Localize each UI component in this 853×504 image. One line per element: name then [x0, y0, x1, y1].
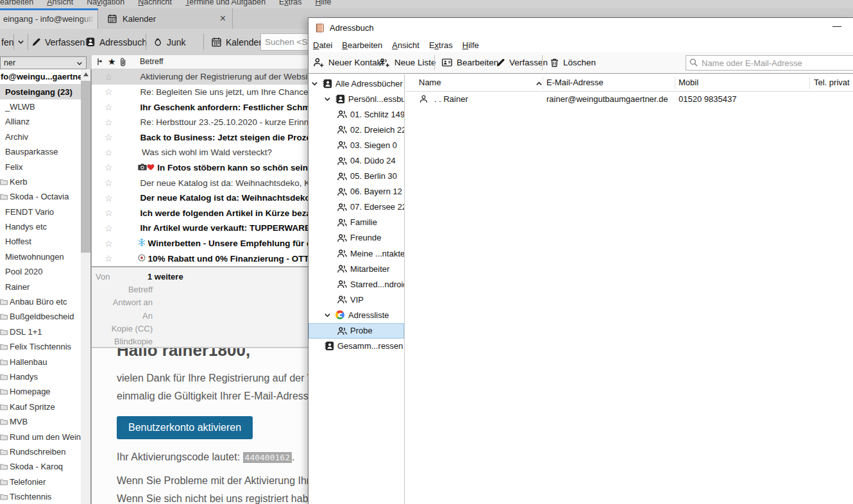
folder-picker[interactable]: ner	[0, 56, 87, 69]
chevron-down-icon[interactable]	[324, 312, 332, 319]
edit-contact-button[interactable]: Bearbeiten	[442, 52, 498, 73]
calendar-button[interactable]: Kalender	[212, 29, 262, 55]
thread-column-icon[interactable]	[97, 58, 103, 66]
folder-row[interactable]: Rainer	[0, 279, 81, 294]
thread-row[interactable]: ☆ Ihr Artikel wurde verkauft: TUPPERWARE…	[92, 221, 308, 236]
folder-row[interactable]: Bußgeldbescheid	[0, 309, 81, 324]
delete-button[interactable]: Löschen	[550, 52, 596, 73]
star-outline-icon[interactable]: ☆	[105, 224, 113, 233]
addressbook-tree-row[interactable]: Meine ...ntakte	[308, 246, 404, 261]
addressbook-tree-row[interactable]: Adressliste	[308, 307, 404, 323]
star-outline-icon[interactable]: ☆	[105, 118, 113, 127]
folder-row[interactable]: FENDT Vario	[0, 205, 81, 219]
folder-row[interactable]: Handys etc	[0, 219, 81, 234]
addressbook-tree-row[interactable]: Familie	[308, 215, 404, 230]
star-outline-icon[interactable]: ☆	[105, 103, 113, 112]
folder-row[interactable]: Felix	[0, 159, 81, 174]
menu-item[interactable]: Bearbeiten	[342, 40, 382, 50]
menu-item[interactable]: Nachricht	[138, 0, 172, 8]
star-outline-icon[interactable]: ☆	[105, 254, 113, 263]
menu-item[interactable]: Extras	[429, 40, 453, 50]
addressbook-tree-row[interactable]: Starred...ndroid	[308, 276, 404, 292]
star-outline-icon[interactable]: ☆	[105, 194, 113, 203]
folder-row[interactable]: Telefonier	[0, 475, 81, 489]
folder-row[interactable]: Rundschreiben	[0, 444, 81, 459]
thread-row[interactable]: ☆ Der neue Katalog ist da: Weihnachtsdek…	[92, 190, 308, 206]
addressbook-tree-row[interactable]: Gesamm...ressen	[308, 339, 404, 354]
star-outline-icon[interactable]: ☆	[105, 208, 113, 217]
folder-row[interactable]: Skoda - Octavia	[0, 189, 81, 204]
folder-row[interactable]: _WLWB	[0, 99, 81, 114]
folder-row[interactable]: Skoda - Karoq	[0, 459, 81, 474]
thread-row[interactable]: ☆ Winterbetten - Unsere Empfehlung für d…	[92, 236, 308, 251]
folder-row[interactable]: fo@weingu...gaertner.a	[0, 69, 81, 84]
addressbook-tree-row[interactable]: 03. Siegen 0	[308, 137, 404, 153]
close-tab-icon[interactable]: ×	[220, 13, 226, 24]
new-contact-button[interactable]: Neuer Kontakt	[314, 52, 384, 73]
star-outline-icon[interactable]: ☆	[105, 163, 113, 172]
contact-search-input[interactable]	[686, 55, 853, 71]
tab-mail-inbox[interactable]: eingang - info@weingutba	[0, 8, 98, 29]
column-divider[interactable]	[809, 76, 810, 89]
menu-item[interactable]: Navigation	[87, 0, 124, 8]
thread-row[interactable]: ☆ Re: Begleiten Sie uns jetzt, um Ihre C…	[92, 85, 308, 100]
chevron-down-icon[interactable]	[324, 96, 332, 103]
column-header-name[interactable]: Name	[419, 78, 441, 87]
chevron-down-icon[interactable]	[311, 80, 319, 87]
folder-row[interactable]: Hoffest	[0, 234, 81, 249]
menu-item[interactable]: Hilfe	[316, 0, 332, 8]
star-outline-icon[interactable]: ☆	[105, 72, 113, 81]
folder-row[interactable]: Handys	[0, 369, 81, 384]
addressbook-tree-row[interactable]: VIP	[308, 292, 404, 307]
tab-calendar[interactable]: Kalender ×	[99, 8, 233, 29]
folder-pane-scrollbar[interactable]	[81, 69, 90, 504]
get-messages-button[interactable]: fen	[1, 29, 13, 55]
thread-row[interactable]: ☆ Back to Business: Jetzt steigen die Pr…	[92, 130, 308, 145]
addressbook-tree-row[interactable]: 01. Schlitz 149	[308, 106, 404, 122]
star-outline-icon[interactable]: ☆	[105, 87, 113, 96]
addressbook-titlebar[interactable]: Adressbuch —	[308, 18, 853, 38]
folder-row[interactable]: Tischtennis	[0, 489, 81, 504]
addressbook-tree-row[interactable]: 04. Düdo 24	[308, 153, 404, 168]
folder-row[interactable]: Posteingang (23)	[0, 84, 81, 99]
folder-row[interactable]: Kerb	[0, 174, 81, 189]
folder-row[interactable]: DSL 1+1	[0, 324, 81, 339]
junk-button[interactable]: Junk	[154, 29, 186, 55]
folder-row[interactable]: Hallenbau	[0, 354, 81, 369]
star-outline-icon[interactable]: ☆	[105, 133, 113, 142]
compose-button[interactable]: Verfassen	[32, 29, 85, 55]
contact-row[interactable]: . . Rainer rainer@weingutbaumgaertner.de…	[405, 92, 853, 107]
addressbook-tree-row[interactable]: Mitarbeiter	[308, 261, 404, 276]
thread-row[interactable]: ☆ Der neue Katalog ist da: Weihnachtsdek…	[92, 175, 308, 190]
thread-row[interactable]: ☆ Was sich wohl im Wald versteckt?	[92, 145, 308, 160]
folder-row[interactable]: Pool 2020	[0, 264, 81, 279]
folder-row[interactable]: Archiv	[0, 130, 81, 144]
thread-row[interactable]: ☆ Re: Herbsttour 23.-25.10.2020 - kurze …	[92, 115, 308, 130]
compose-to-contact-button[interactable]: Verfassen	[496, 52, 548, 73]
addressbook-button[interactable]: Adressbuch	[85, 29, 147, 55]
addressbook-tree-row[interactable]: Freunde	[308, 230, 404, 246]
thread-row[interactable]: ☆ Ich werde folgenden Artikel in Kürze b…	[92, 205, 308, 221]
menu-item[interactable]: Datei	[313, 40, 332, 50]
thread-row[interactable]: ☆ Aktivierung der Registrierung auf der …	[92, 69, 308, 85]
column-divider[interactable]	[543, 76, 543, 89]
addressbook-tree-row[interactable]: Persönl...essbuch	[308, 91, 404, 106]
star-outline-icon[interactable]: ☆	[105, 239, 113, 248]
addressbook-tree-row[interactable]: 06. Bayern 12	[308, 184, 404, 199]
minimize-button[interactable]: —	[831, 21, 843, 31]
folder-row[interactable]: Anbau Büro etc	[0, 294, 81, 309]
subject-column-header[interactable]: Betreff	[140, 57, 164, 66]
menu-item[interactable]: Ansicht	[392, 40, 419, 50]
activate-account-button[interactable]: Benutzerkonto aktivieren	[117, 416, 253, 439]
folder-row[interactable]: Felix Tischtennis	[0, 339, 81, 354]
folder-row[interactable]: Allianz	[0, 114, 81, 129]
folder-row[interactable]: Kauf Spritze	[0, 399, 81, 414]
thread-row[interactable]: ☆ In Fotos stöbern kann so schön sein	[92, 160, 308, 176]
column-header-mobile[interactable]: Mobil	[679, 78, 698, 87]
addressbook-tree-row[interactable]: 07. Edersee 22	[308, 199, 404, 215]
get-messages-dropdown[interactable]	[17, 29, 24, 55]
attachment-column-icon[interactable]	[119, 58, 126, 67]
column-divider[interactable]	[675, 76, 675, 89]
star-outline-icon[interactable]: ☆	[105, 148, 114, 157]
menu-item[interactable]: Extras	[279, 0, 301, 8]
